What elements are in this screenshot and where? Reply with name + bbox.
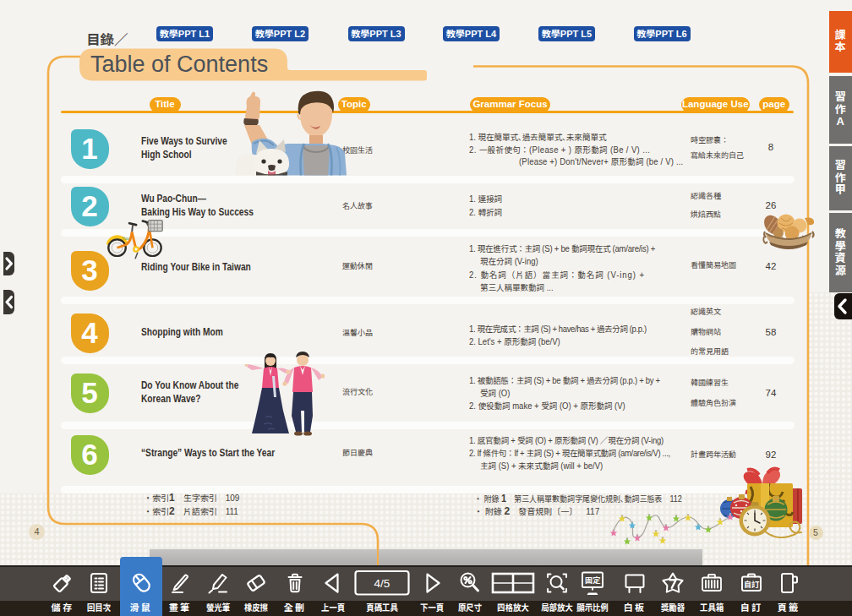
svg-text:固定: 固定 xyxy=(585,575,601,586)
svg-text:4/5: 4/5 xyxy=(374,577,390,590)
svg-text:You: You xyxy=(122,237,129,241)
svg-text:自訂: 自訂 xyxy=(744,579,759,590)
